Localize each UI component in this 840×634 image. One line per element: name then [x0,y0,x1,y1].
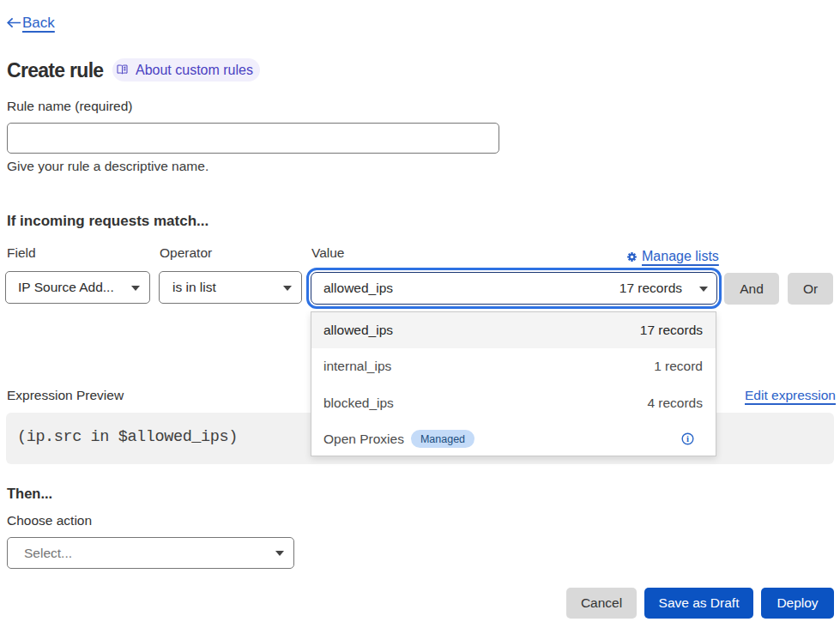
svg-text:i: i [686,434,689,444]
